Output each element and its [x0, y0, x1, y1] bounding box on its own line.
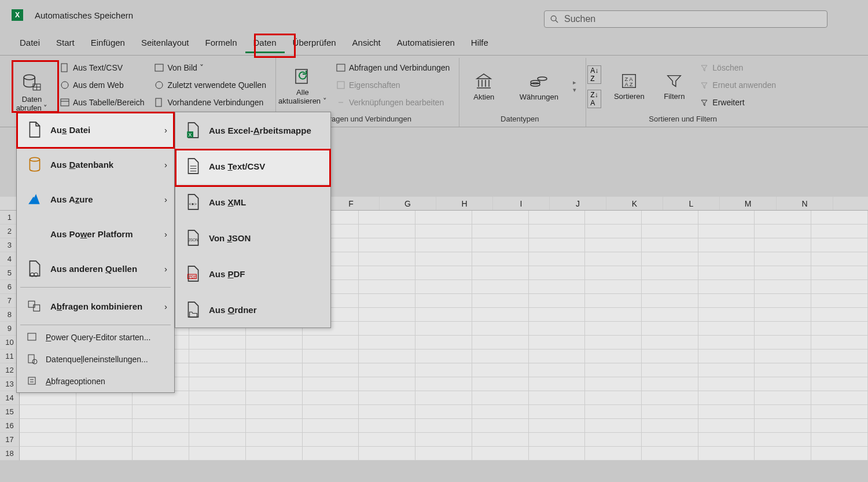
- cell[interactable]: [529, 363, 586, 377]
- cell[interactable]: [585, 405, 642, 419]
- cell[interactable]: [698, 419, 755, 433]
- cell[interactable]: [698, 349, 755, 363]
- cell[interactable]: [415, 322, 472, 336]
- cell[interactable]: [642, 252, 698, 266]
- cell[interactable]: [189, 391, 246, 405]
- cell[interactable]: [472, 336, 529, 349]
- tab-ansicht[interactable]: Ansicht: [344, 32, 389, 53]
- sort-button[interactable]: Z AA Z Sortieren: [607, 59, 651, 113]
- cell[interactable]: [811, 225, 868, 238]
- cell[interactable]: [189, 349, 246, 363]
- cell[interactable]: [359, 377, 415, 391]
- cell[interactable]: [303, 405, 359, 419]
- cell[interactable]: [20, 433, 76, 447]
- cell[interactable]: [811, 252, 868, 266]
- row-header[interactable]: 17: [0, 433, 20, 447]
- cell[interactable]: [811, 294, 868, 308]
- cell[interactable]: [811, 322, 868, 336]
- cell[interactable]: [585, 225, 642, 238]
- cell[interactable]: [472, 308, 529, 322]
- cell[interactable]: [642, 391, 698, 405]
- sort-az-button[interactable]: A↓Z: [587, 65, 601, 84]
- col-header[interactable]: J: [550, 197, 606, 210]
- cell[interactable]: [189, 336, 246, 349]
- cell[interactable]: [472, 266, 529, 280]
- col-header[interactable]: F: [323, 197, 380, 210]
- cell[interactable]: [585, 363, 642, 377]
- existing-conn-button[interactable]: Vorhandene Verbindungen: [152, 95, 268, 110]
- cell[interactable]: [642, 238, 698, 252]
- cell[interactable]: [811, 349, 868, 363]
- currency-button[interactable]: Währungen: [513, 59, 565, 113]
- cell[interactable]: [415, 405, 472, 419]
- cell[interactable]: [472, 447, 529, 461]
- cell[interactable]: [133, 447, 189, 461]
- cell[interactable]: [472, 391, 529, 405]
- cell[interactable]: [585, 391, 642, 405]
- cell[interactable]: [698, 377, 755, 391]
- cell[interactable]: [359, 211, 415, 225]
- cell[interactable]: [755, 349, 811, 363]
- cell[interactable]: [359, 252, 415, 266]
- cell[interactable]: [698, 391, 755, 405]
- cell[interactable]: [529, 377, 586, 391]
- cell[interactable]: [20, 419, 76, 433]
- menu-from-other-sources[interactable]: Aus anderen Quellen ›: [17, 251, 174, 286]
- cell[interactable]: [811, 391, 868, 405]
- datatype-nav-icon[interactable]: ▸▾: [571, 59, 579, 113]
- col-header[interactable]: K: [606, 197, 663, 210]
- cell[interactable]: [811, 238, 868, 252]
- cell[interactable]: [755, 363, 811, 377]
- tab-daten[interactable]: Daten: [245, 32, 285, 53]
- from-text-csv-button[interactable]: Aus Text/CSV: [58, 60, 146, 75]
- cell[interactable]: [189, 433, 246, 447]
- cell[interactable]: [585, 433, 642, 447]
- tab-start[interactable]: Start: [48, 32, 83, 53]
- cell[interactable]: [359, 238, 415, 252]
- cell[interactable]: [20, 391, 76, 405]
- cell[interactable]: [359, 433, 415, 447]
- cell[interactable]: [472, 322, 529, 336]
- cell[interactable]: [189, 419, 246, 433]
- col-header[interactable]: I: [493, 197, 550, 210]
- cell[interactable]: [415, 266, 472, 280]
- submenu-xml[interactable]: <●> Aus XML: [175, 184, 330, 220]
- cell[interactable]: [529, 349, 586, 363]
- cell[interactable]: [698, 294, 755, 308]
- cell[interactable]: [76, 447, 133, 461]
- cell[interactable]: [529, 405, 586, 419]
- cell[interactable]: [359, 419, 415, 433]
- cell[interactable]: [811, 405, 868, 419]
- submenu-pdf[interactable]: PDF Aus PDF: [175, 256, 330, 292]
- cell[interactable]: [698, 280, 755, 294]
- cell[interactable]: [415, 294, 472, 308]
- cell[interactable]: [133, 419, 189, 433]
- cell[interactable]: [415, 377, 472, 391]
- cell[interactable]: [529, 391, 586, 405]
- cell[interactable]: [246, 433, 303, 447]
- cell[interactable]: [472, 211, 529, 225]
- cell[interactable]: [529, 280, 586, 294]
- cell[interactable]: [755, 211, 811, 225]
- cell[interactable]: [359, 294, 415, 308]
- cell[interactable]: [529, 419, 586, 433]
- advanced-filter-button[interactable]: Erweitert: [697, 95, 778, 110]
- cell[interactable]: [133, 433, 189, 447]
- submenu-text-csv[interactable]: Aus Text/CSV: [175, 148, 330, 184]
- cell[interactable]: [246, 419, 303, 433]
- cell[interactable]: [359, 349, 415, 363]
- cell[interactable]: [472, 252, 529, 266]
- cell[interactable]: [415, 349, 472, 363]
- cell[interactable]: [303, 433, 359, 447]
- cell[interactable]: [415, 211, 472, 225]
- cell[interactable]: [698, 322, 755, 336]
- cell[interactable]: [755, 447, 811, 461]
- stocks-button[interactable]: Aktien: [461, 59, 507, 113]
- cell[interactable]: [642, 322, 698, 336]
- col-header[interactable]: G: [380, 197, 436, 210]
- cell[interactable]: [359, 225, 415, 238]
- cell[interactable]: [472, 294, 529, 308]
- submenu-excel-workbook[interactable]: X Aus Excel-Arbeitsmappe: [175, 112, 330, 148]
- cell[interactable]: [76, 391, 133, 405]
- cell[interactable]: [755, 322, 811, 336]
